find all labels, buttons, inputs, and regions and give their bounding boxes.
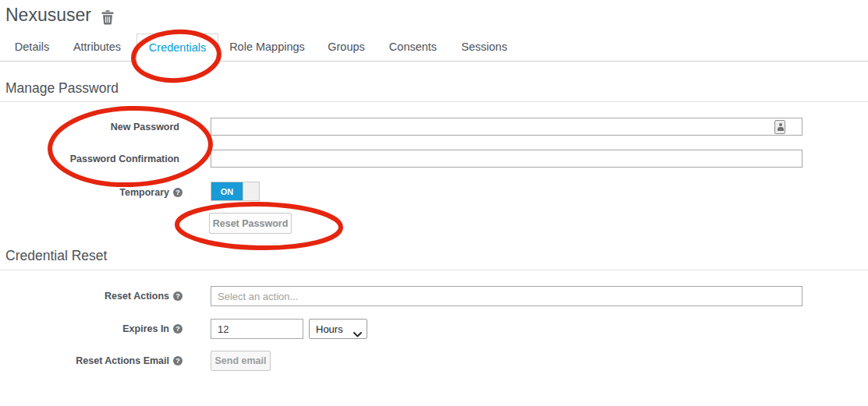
reset-actions-input[interactable] xyxy=(211,286,802,306)
user-credentials-page: Nexususer Details Attributes Credentials… xyxy=(0,0,868,406)
new-password-label: New Password xyxy=(0,121,179,132)
tab-details[interactable]: Details xyxy=(5,34,59,62)
trash-icon xyxy=(100,16,115,27)
expires-in-value-input[interactable] xyxy=(211,319,303,339)
temporary-label: Temporary ? xyxy=(2,186,182,198)
credential-reset-heading: Credential Reset xyxy=(5,248,107,264)
section-divider xyxy=(0,270,868,270)
tab-consents[interactable]: Consents xyxy=(377,34,448,62)
expires-in-unit-wrap: Hours xyxy=(309,319,367,339)
question-circle-icon[interactable]: ? xyxy=(173,291,182,301)
tab-role-mappings[interactable]: Role Mappings xyxy=(219,34,315,62)
tab-groups[interactable]: Groups xyxy=(315,34,377,62)
manage-password-heading: Manage Password xyxy=(5,80,119,97)
expires-in-label: Expires In ? xyxy=(2,323,182,334)
password-confirmation-input[interactable] xyxy=(211,150,802,167)
tab-bar: Details Attributes Credentials Role Mapp… xyxy=(0,34,868,62)
password-confirmation-label: Password Confirmation xyxy=(0,153,179,164)
new-password-input[interactable] xyxy=(211,118,802,135)
temporary-toggle[interactable]: ON xyxy=(211,182,260,201)
reset-password-button[interactable]: Reset Password xyxy=(209,213,292,234)
password-autofill-key-icon[interactable] xyxy=(774,120,785,134)
new-password-field-wrap xyxy=(211,118,802,136)
password-confirmation-field-wrap xyxy=(211,150,802,168)
question-circle-icon[interactable]: ? xyxy=(173,188,182,197)
page-title: Nexususer xyxy=(5,5,91,26)
question-circle-icon[interactable]: ? xyxy=(173,324,182,334)
send-email-button[interactable]: Send email xyxy=(211,351,271,371)
tab-credentials[interactable]: Credentials xyxy=(136,34,218,62)
annotation-ellipse-password-labels xyxy=(48,105,211,187)
toggle-on-label: ON xyxy=(211,182,243,200)
question-circle-icon[interactable]: ? xyxy=(173,356,182,365)
tab-attributes[interactable]: Attributes xyxy=(59,34,135,62)
expires-in-unit-select[interactable]: Hours xyxy=(309,319,367,339)
section-divider xyxy=(0,101,868,102)
reset-actions-email-label: Reset Actions Email ? xyxy=(2,355,182,366)
reset-actions-label: Reset Actions ? xyxy=(2,290,182,302)
toggle-handle[interactable] xyxy=(243,182,259,200)
tab-sessions[interactable]: Sessions xyxy=(448,34,520,62)
delete-user-button[interactable] xyxy=(99,9,116,26)
